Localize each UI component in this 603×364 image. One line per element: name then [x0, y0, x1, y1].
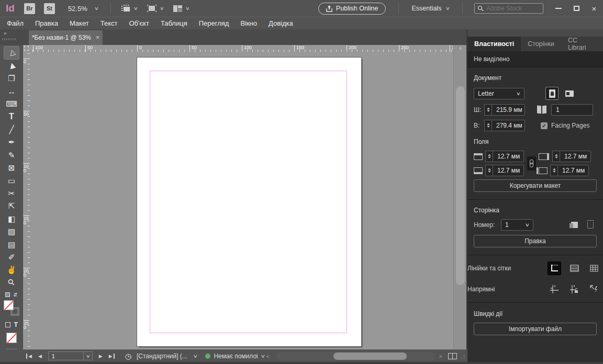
- horizontal-scroll-thumb[interactable]: [333, 352, 407, 360]
- note-tool[interactable]: ▤: [4, 238, 19, 251]
- lock-guides-button[interactable]: [567, 282, 581, 296]
- tab-properties[interactable]: Властивості: [467, 37, 521, 51]
- eyedropper-tool[interactable]: ✐: [4, 251, 19, 263]
- free-transform-tool[interactable]: ⇱: [4, 200, 19, 212]
- page-size-select[interactable]: Letter ∨: [474, 88, 524, 99]
- show-guides-button[interactable]: [548, 282, 561, 296]
- height-field[interactable]: 279.4 мм: [492, 120, 525, 131]
- top-margin-field[interactable]: 12.7 мм: [493, 151, 524, 162]
- pasteboard[interactable]: [30, 52, 453, 349]
- pencil-tool[interactable]: ✎: [4, 149, 19, 161]
- preflight-profile[interactable]: [Стандартний] (...: [137, 352, 187, 360]
- page-tool[interactable]: ❐: [4, 72, 19, 85]
- document-grid-button[interactable]: [587, 261, 601, 275]
- add-page-icon[interactable]: [571, 222, 578, 228]
- vertical-scrollbar[interactable]: ∧: [453, 45, 467, 349]
- delete-page-icon[interactable]: [587, 222, 594, 229]
- menu-item-type[interactable]: Текст: [95, 19, 124, 27]
- document-page[interactable]: [137, 58, 361, 346]
- close-button[interactable]: ×: [585, 0, 603, 17]
- baseline-grid-button[interactable]: [567, 261, 581, 275]
- preflight-menu-icon[interactable]: ◷: [125, 352, 131, 360]
- chevron-down-icon[interactable]: ∨: [445, 6, 450, 11]
- line-tool[interactable]: ╱: [4, 123, 19, 135]
- close-tab-icon[interactable]: ×: [96, 34, 99, 41]
- show-rulers-button[interactable]: [548, 261, 561, 275]
- link-margins-button[interactable]: [527, 156, 536, 170]
- zoom-level-control[interactable]: 52.5% ∨: [68, 5, 98, 13]
- page-number-select[interactable]: 1 ∨: [501, 219, 533, 231]
- hand-tool[interactable]: ✌: [4, 264, 19, 276]
- width-stepper[interactable]: ▲▼: [484, 104, 492, 116]
- screen-mode-control[interactable]: ∨: [147, 5, 164, 12]
- formatting-affects-container-icon[interactable]: [5, 322, 10, 327]
- scroll-up-icon[interactable]: ∧: [454, 46, 467, 53]
- frame-tool[interactable]: ⊠: [4, 162, 19, 174]
- content-collector-tool[interactable]: ⌨: [4, 98, 19, 110]
- pages-count-field[interactable]: 1: [551, 104, 593, 116]
- previous-page-button[interactable]: ◀: [35, 354, 45, 359]
- gap-tool[interactable]: ↔: [4, 85, 19, 97]
- facing-pages-control[interactable]: ✓ Facing Pages: [541, 122, 589, 129]
- fill-stroke-swatch[interactable]: [4, 300, 19, 316]
- menu-item-layout[interactable]: Макет: [64, 19, 95, 27]
- type-tool[interactable]: T: [4, 110, 19, 123]
- arrange-documents-control[interactable]: ∨: [173, 5, 189, 12]
- adobe-stock-search[interactable]: [474, 3, 543, 14]
- resize-grip[interactable]: [461, 354, 466, 358]
- edit-page-button[interactable]: Правка: [474, 235, 597, 247]
- gradient-swatch-tool[interactable]: ◧: [4, 212, 19, 225]
- document-tab[interactable]: *Без назви-1 @ 53% ×: [29, 30, 103, 45]
- bridge-button[interactable]: Br: [24, 3, 35, 14]
- default-fill-stroke-icon[interactable]: [5, 292, 10, 297]
- chevron-down-icon[interactable]: ∨: [260, 354, 265, 359]
- collapse-tools-icon[interactable]: »: [4, 30, 7, 36]
- inside-margin-stepper[interactable]: ▲▼: [552, 151, 560, 162]
- landscape-orientation-button[interactable]: [563, 87, 576, 100]
- ruler-zero-point[interactable]: [23, 45, 30, 52]
- zoom-tool[interactable]: ⚲: [4, 276, 19, 289]
- menu-item-file[interactable]: Файл: [1, 19, 29, 27]
- vertical-ruler[interactable]: 050100150200250: [23, 52, 30, 349]
- vertical-scroll-thumb[interactable]: [456, 86, 465, 285]
- chevron-down-icon[interactable]: ∨: [160, 6, 164, 11]
- menu-item-object[interactable]: Об'єкт: [123, 19, 154, 27]
- menu-item-view[interactable]: Перегляд: [193, 19, 235, 27]
- outside-margin-field[interactable]: 12.7 мм: [557, 165, 589, 176]
- bottom-margin-field[interactable]: 12.7 мм: [493, 165, 524, 176]
- tab-pages[interactable]: Сторінки: [521, 37, 561, 51]
- formatting-affects-text-icon[interactable]: T: [14, 321, 18, 328]
- chevron-down-icon[interactable]: ∨: [133, 6, 138, 11]
- horizontal-ruler[interactable]: 10050050100150200250300: [30, 45, 453, 52]
- first-page-button[interactable]: ◀: [23, 354, 35, 359]
- minimize-button[interactable]: [550, 0, 567, 17]
- scroll-left-icon[interactable]: <: [264, 353, 271, 359]
- search-input[interactable]: [486, 5, 533, 12]
- smart-guides-button[interactable]: [587, 282, 601, 296]
- view-options-control[interactable]: ∨: [121, 5, 138, 12]
- scissors-tool[interactable]: ✂: [4, 187, 19, 199]
- inside-margin-field[interactable]: 12.7 мм: [560, 151, 591, 162]
- chevron-down-icon[interactable]: ∨: [94, 6, 98, 11]
- gradient-feather-tool[interactable]: ▨: [4, 225, 19, 237]
- menu-item-table[interactable]: Таблиця: [155, 19, 193, 27]
- horizontal-scrollbar[interactable]: [276, 352, 436, 360]
- import-file-button[interactable]: Імпортувати файл: [474, 323, 597, 335]
- width-field[interactable]: 215.9 мм: [492, 104, 525, 116]
- spread-view-icon[interactable]: [448, 353, 457, 359]
- bottom-margin-stepper[interactable]: ▲▼: [485, 165, 493, 176]
- menu-item-help[interactable]: Довідка: [263, 19, 299, 27]
- chevron-down-icon[interactable]: ∨: [185, 6, 189, 11]
- facing-pages-checkbox[interactable]: ✓: [541, 122, 548, 129]
- tab-cc-libraries[interactable]: CC Librari: [561, 37, 603, 51]
- top-margin-stepper[interactable]: ▲▼: [485, 151, 493, 162]
- scroll-right-icon[interactable]: >: [438, 353, 444, 359]
- tools-grip[interactable]: [2, 38, 16, 40]
- direct-selection-tool[interactable]: ▶: [4, 59, 19, 72]
- page-number-field[interactable]: 1 ∨: [48, 351, 93, 360]
- maximize-button[interactable]: [567, 0, 585, 17]
- outside-margin-stepper[interactable]: ▲▼: [550, 165, 557, 176]
- next-page-button[interactable]: ▶: [96, 354, 106, 359]
- last-page-button[interactable]: ▶: [106, 354, 118, 359]
- fill-swatch[interactable]: [4, 300, 14, 310]
